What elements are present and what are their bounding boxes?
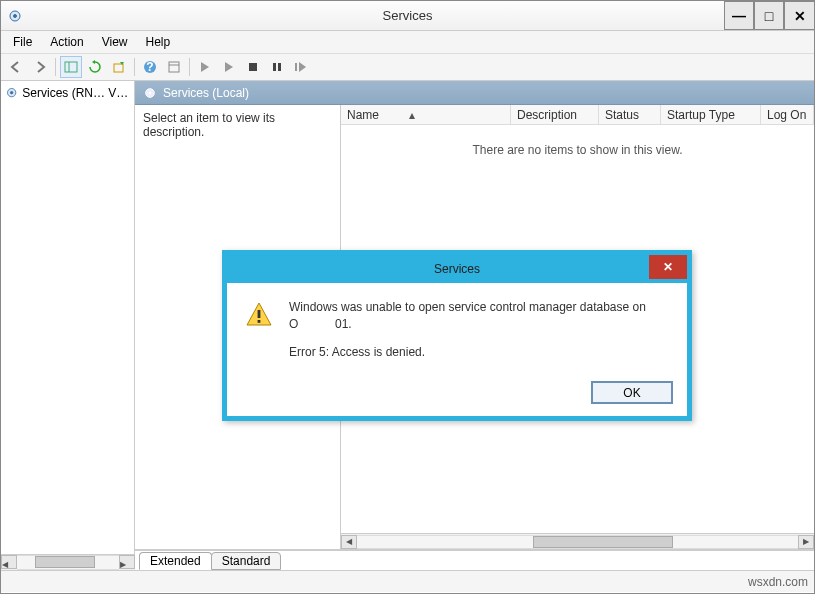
dialog-title: Services	[434, 262, 480, 276]
maximize-button[interactable]: □	[754, 1, 784, 30]
dialog-line3: Error 5: Access is denied.	[289, 344, 646, 361]
svg-rect-10	[273, 63, 276, 71]
tab-extended[interactable]: Extended	[139, 552, 212, 570]
start-service-button[interactable]	[194, 56, 216, 78]
warning-icon	[245, 301, 273, 329]
dialog-titlebar: Services ✕	[227, 255, 687, 283]
status-bar: wsxdn.com	[1, 570, 814, 592]
svg-rect-12	[295, 63, 297, 71]
svg-rect-17	[258, 310, 261, 318]
svg-point-1	[14, 14, 17, 17]
show-hide-tree-button[interactable]	[60, 56, 82, 78]
scroll-right-icon[interactable]: ▶	[119, 555, 135, 569]
description-prompt: Select an item to view its description.	[143, 111, 275, 139]
properties-button[interactable]	[163, 56, 185, 78]
dialog-button-row: OK	[227, 373, 687, 416]
gear-icon	[143, 86, 157, 100]
panel-header: Services (Local)	[135, 81, 814, 105]
menu-file[interactable]: File	[5, 33, 40, 51]
window-controls: — □ ✕	[724, 1, 814, 30]
scroll-thumb[interactable]	[533, 536, 673, 548]
header-startup-type[interactable]: Startup Type	[661, 105, 761, 124]
dialog-close-button[interactable]: ✕	[649, 255, 687, 279]
column-headers: Name▴ Description Status Startup Type Lo…	[341, 105, 814, 125]
panel-title: Services (Local)	[163, 86, 249, 100]
header-description[interactable]: Description	[511, 105, 599, 124]
app-icon	[7, 8, 23, 24]
empty-list-message: There are no items to show in this view.	[341, 143, 814, 157]
error-dialog: Services ✕ Windows was unable to open se…	[222, 250, 692, 421]
menu-view[interactable]: View	[94, 33, 136, 51]
back-button[interactable]	[5, 56, 27, 78]
toolbar-separator	[189, 58, 190, 76]
svg-rect-9	[249, 63, 257, 71]
tree-root-label: Services (RN… VI…)	[22, 86, 130, 100]
tree-hscroll[interactable]: ◀ ▶	[1, 554, 135, 570]
menu-help[interactable]: Help	[138, 33, 179, 51]
window-title: Services	[383, 8, 433, 23]
tree-root-item[interactable]: Services (RN… VI…)	[3, 85, 132, 101]
tab-standard[interactable]: Standard	[211, 552, 282, 570]
pause-service-button[interactable]	[266, 56, 288, 78]
header-name[interactable]: Name▴	[341, 105, 511, 124]
svg-text:?: ?	[146, 60, 153, 74]
header-status[interactable]: Status	[599, 105, 661, 124]
header-logon[interactable]: Log On	[761, 105, 814, 124]
forward-button[interactable]	[29, 56, 51, 78]
toolbar-separator	[134, 58, 135, 76]
toolbar-separator	[55, 58, 56, 76]
help-button[interactable]: ?	[139, 56, 161, 78]
svg-point-16	[149, 91, 152, 94]
menu-action[interactable]: Action	[42, 33, 91, 51]
dialog-text: Windows was unable to open service contr…	[289, 299, 646, 361]
list-hscroll[interactable]: ◀ ▶	[341, 533, 814, 549]
sort-asc-icon: ▴	[409, 108, 415, 122]
menu-bar: File Action View Help	[1, 31, 814, 53]
dialog-line2: O 01.	[289, 316, 646, 333]
title-bar: Services — □ ✕	[1, 1, 814, 31]
scroll-thumb[interactable]	[35, 556, 95, 568]
ok-button[interactable]: OK	[591, 381, 673, 404]
scroll-track[interactable]	[17, 555, 119, 570]
dialog-body: Windows was unable to open service contr…	[227, 283, 687, 373]
scroll-left-icon[interactable]: ◀	[1, 555, 17, 569]
svg-rect-2	[65, 62, 77, 72]
toolbar: ?	[1, 53, 814, 81]
gear-icon	[5, 86, 18, 100]
view-tabs: Extended Standard	[135, 550, 814, 570]
dialog-line1: Windows was unable to open service contr…	[289, 299, 646, 316]
status-watermark: wsxdn.com	[748, 575, 808, 589]
scroll-track[interactable]	[357, 535, 798, 549]
svg-point-14	[10, 91, 12, 93]
svg-rect-4	[114, 64, 123, 72]
scroll-right-icon[interactable]: ▶	[798, 535, 814, 549]
stop-service-button[interactable]	[242, 56, 264, 78]
export-button[interactable]	[108, 56, 130, 78]
scroll-left-icon[interactable]: ◀	[341, 535, 357, 549]
start-service-alt-button[interactable]	[218, 56, 240, 78]
svg-rect-7	[169, 62, 179, 72]
tree-pane: Services (RN… VI…)	[1, 81, 135, 554]
restart-service-button[interactable]	[290, 56, 312, 78]
close-button[interactable]: ✕	[784, 1, 814, 30]
svg-rect-11	[278, 63, 281, 71]
minimize-button[interactable]: —	[724, 1, 754, 30]
svg-rect-18	[258, 320, 261, 323]
refresh-button[interactable]	[84, 56, 106, 78]
